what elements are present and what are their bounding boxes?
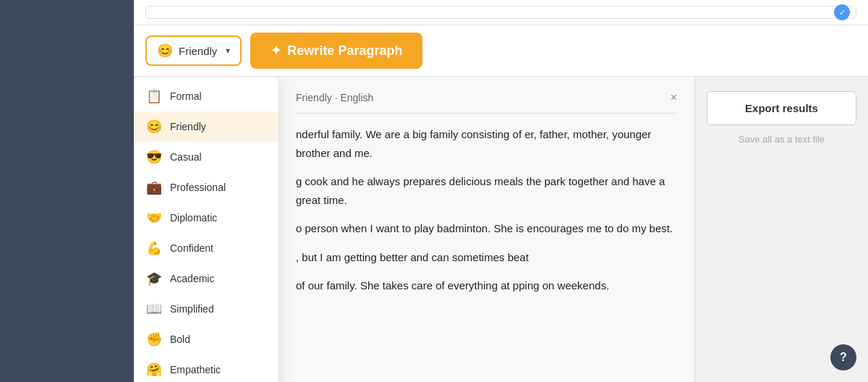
rewrite-label: Rewrite Paragraph	[287, 43, 402, 59]
dropdown-item-simplified[interactable]: 📖Simplified	[134, 294, 278, 324]
dropdown-label-empathetic: Empathetic	[170, 364, 221, 375]
dropdown-item-diplomatic[interactable]: 🤝Diplomatic	[134, 203, 278, 233]
text-panel: Friendly · English × nderful family. We …	[278, 77, 694, 382]
dropdown-emoji-bold: ✊	[145, 331, 163, 347]
paragraph-1: g cook and he always prepares delicious …	[296, 172, 677, 209]
dropdown-item-friendly[interactable]: 😊Friendly	[134, 111, 278, 142]
star-icon: ✦	[271, 43, 281, 59]
dropdown-item-academic[interactable]: 🎓Academic	[134, 263, 278, 294]
content-area: 📋Formal😊Friendly😎Casual💼Professional🤝Dip…	[134, 77, 868, 382]
tone-label: Friendly	[179, 45, 217, 57]
right-sidebar: Export results Save all as a text file	[694, 77, 868, 382]
dropdown-emoji-professional: 💼	[145, 179, 163, 195]
top-input-bar: ✓	[134, 0, 868, 25]
close-button[interactable]: ×	[671, 91, 677, 104]
dropdown-item-empathetic[interactable]: 🤗Empathetic	[134, 355, 278, 382]
dropdown-item-professional[interactable]: 💼Professional	[134, 172, 278, 203]
dropdown-item-bold[interactable]: ✊Bold	[134, 324, 278, 355]
tone-selector-button[interactable]: 😊 Friendly ▾	[145, 35, 242, 66]
help-button[interactable]: ?	[830, 344, 856, 370]
dropdown-emoji-academic: 🎓	[145, 271, 163, 286]
dropdown-emoji-casual: 😎	[145, 149, 163, 165]
export-results-button[interactable]: Export results	[707, 91, 856, 125]
dropdown-item-casual[interactable]: 😎Casual	[134, 142, 278, 172]
dropdown-label-academic: Academic	[170, 273, 214, 284]
text-panel-header: Friendly · English ×	[296, 91, 677, 114]
paragraph-0: nderful family. We are a big family cons…	[296, 125, 677, 162]
dropdown-emoji-formal: 📋	[145, 88, 163, 104]
dropdown-label-friendly: Friendly	[170, 121, 206, 132]
dropdown-emoji-empathetic: 🤗	[145, 362, 163, 378]
dropdown-label-simplified: Simplified	[170, 303, 214, 315]
dropdown-item-formal[interactable]: 📋Formal	[134, 81, 278, 111]
paragraph-4: of our family. She takes care of everyth…	[296, 276, 677, 295]
tone-emoji: 😊	[157, 43, 173, 59]
main-content: ✓ 😊 Friendly ▾ ✦ Rewrite Paragraph 📋Form…	[134, 0, 868, 382]
paragraph-3: , but I am getting better and can someti…	[296, 248, 677, 267]
dropdown-emoji-diplomatic: 🤝	[145, 210, 163, 226]
dropdown-label-diplomatic: Diplomatic	[170, 212, 217, 224]
action-bar: 😊 Friendly ▾ ✦ Rewrite Paragraph	[134, 25, 868, 77]
dropdown-label-professional: Professional	[170, 182, 226, 193]
dropdown-label-casual: Casual	[170, 151, 202, 163]
text-content: nderful family. We are a big family cons…	[296, 125, 677, 295]
dropdown-emoji-friendly: 😊	[145, 119, 163, 135]
dropdown-label-confident: Confident	[170, 242, 213, 254]
rewrite-paragraph-button[interactable]: ✦ Rewrite Paragraph	[250, 33, 422, 69]
text-panel-label: Friendly · English	[296, 92, 373, 103]
dropdown-label-formal: Formal	[170, 90, 202, 102]
dropdown-emoji-confident: 💪	[145, 240, 163, 256]
chevron-down-icon: ▾	[226, 46, 230, 56]
dropdown-item-confident[interactable]: 💪Confident	[134, 233, 278, 263]
left-panel	[0, 0, 134, 382]
paragraph-2: o person when I want to play badminton. …	[296, 219, 677, 238]
dropdown-label-bold: Bold	[170, 334, 190, 345]
dropdown-emoji-simplified: 📖	[145, 301, 163, 317]
save-text: Save all as a text file	[707, 134, 856, 145]
tone-dropdown: 📋Formal😊Friendly😎Casual💼Professional🤝Dip…	[134, 77, 278, 382]
check-badge: ✓	[834, 4, 850, 20]
